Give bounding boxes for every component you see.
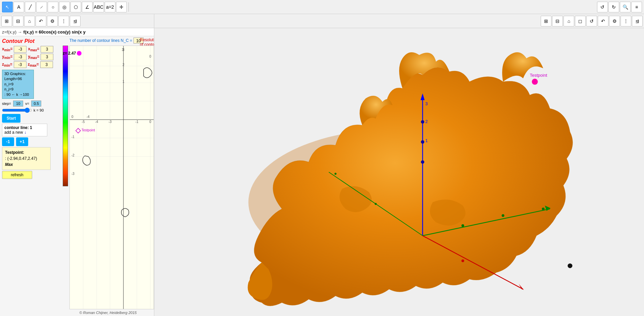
angle-tool[interactable]: ∠ <box>82 2 93 12</box>
right-home-btn[interactable]: ⌂ <box>564 16 574 26</box>
right-cube-btn[interactable]: ◻ <box>575 16 586 26</box>
left-special-btn[interactable]: ⊴ <box>70 16 80 26</box>
info-line2: Length=96 <box>4 76 32 81</box>
left-settings-btn[interactable]: ⚙ <box>47 16 58 26</box>
right-refresh-btn[interactable]: ↺ <box>586 16 597 26</box>
ellipse-tool[interactable]: ◎ <box>59 2 70 12</box>
svg-point-39 <box>421 120 424 124</box>
right-loop-btn[interactable]: ↶ <box>598 16 608 26</box>
polygon-tool[interactable]: ⬡ <box>70 2 81 12</box>
plot-area[interactable]: 3 0 1 2 3 -4 -1 -2 -3 -5 -4 -3 -1 <box>69 46 154 309</box>
undo-button[interactable]: ↺ <box>597 2 608 12</box>
right-grid-btn[interactable]: ⊟ <box>552 16 563 26</box>
left-add-btn[interactable]: ⊞ <box>1 16 12 26</box>
line-tool[interactable]: ╱ <box>25 2 36 12</box>
search-button[interactable]: 🔍 <box>620 2 631 12</box>
controls-column: Contour Plot xmin= xmax= ymin= ymax= <box>0 36 62 316</box>
k-slider[interactable] <box>2 108 32 113</box>
svg-point-49 <box>462 259 464 262</box>
text-tool[interactable]: A <box>13 2 24 12</box>
contour-info-box: contour line: 1 add a new ↓ <box>2 124 47 136</box>
contour-nc-label: The number of contour lines N_C = <box>69 38 132 43</box>
svg-point-45 <box>502 214 504 217</box>
abc-tool[interactable]: ABC <box>93 2 104 12</box>
gradient-bar <box>63 46 68 186</box>
zmin-input[interactable] <box>14 61 26 68</box>
right-special-btn[interactable]: ⊴ <box>632 16 643 26</box>
svg-text:-2: -2 <box>71 153 74 157</box>
svg-text:3: 3 <box>122 48 124 52</box>
formula-tool[interactable]: a=2 <box>105 2 115 12</box>
3d-canvas[interactable]: 3 2 1 <box>154 28 644 316</box>
xmax-input[interactable] <box>41 46 53 53</box>
menu-button[interactable]: ≡ <box>631 2 642 12</box>
left-panel-inner: Contour Plot xmin= xmax= ymin= ymax= <box>0 36 154 316</box>
left-more-btn[interactable]: ⋮ <box>58 16 69 26</box>
testpoint-box: Testpoint: : (-2.94,0.47,2.47) Max <box>2 147 51 170</box>
copyright: © Roman Chijner, Heidelberg 2015 <box>79 311 137 315</box>
svg-text:Testpoint: Testpoint <box>530 73 547 78</box>
ymax-label: ymax= <box>28 54 39 60</box>
svg-text:2: 2 <box>122 63 124 67</box>
cursor-tool[interactable]: ↖ <box>2 2 13 12</box>
svg-point-41 <box>421 161 424 164</box>
svg-text:Testpoint: Testpoint <box>82 128 95 132</box>
redo-button[interactable]: ↻ <box>608 2 619 12</box>
info-line1: 3D Graphics: <box>4 71 32 76</box>
svg-text:-5: -5 <box>82 120 85 124</box>
svg-text:0: 0 <box>71 115 73 119</box>
contour-plot-svg: 3 0 1 2 3 -4 -1 -2 -3 -5 -4 -3 -1 <box>70 46 154 309</box>
main-content: ⊞ ⊟ ⌂ ↶ ⚙ ⋮ ⊴ z=f(x,y) → f(x,y) = 60cos(… <box>0 14 644 316</box>
info-box: 3D Graphics: Length=96 n_i=9 n_j=9 : 90 … <box>2 70 34 99</box>
plus-step-button[interactable]: +1 <box>16 137 28 146</box>
svg-text:-3: -3 <box>71 172 74 176</box>
svg-rect-30 <box>76 128 80 133</box>
svg-point-40 <box>421 140 424 144</box>
svg-point-55 <box>568 263 572 268</box>
k-row: k = 90 <box>2 108 60 113</box>
svg-text:-4: -4 <box>87 115 90 119</box>
add-new-label: add a new <box>4 130 23 135</box>
left-grid-btn[interactable]: ⊟ <box>13 16 23 26</box>
svg-text:3: 3 <box>425 101 428 106</box>
xmin-input[interactable] <box>14 46 26 53</box>
z-label: z= <box>63 51 67 56</box>
v-input[interactable] <box>31 101 41 107</box>
top-toolbar: ↖ A ╱ ⟋ ○ ◎ ⬡ ∠ ABC a=2 ✛ ↺ ↻ 🔍 ≡ <box>0 0 644 14</box>
multiline-tool[interactable]: ⟋ <box>36 2 47 12</box>
left-home-btn[interactable]: ⌂ <box>24 16 35 26</box>
right-grid-plus-btn[interactable]: ⊞ <box>541 16 551 26</box>
info-line5: : 90 ← k →100 <box>4 92 32 97</box>
testpoint-type: Max <box>5 162 48 168</box>
function-label: z=f(x,y) → <box>2 29 22 35</box>
xmin-label: xmin= <box>2 47 12 52</box>
right-settings-btn[interactable]: ⚙ <box>609 16 620 26</box>
svg-text:-4: -4 <box>95 120 98 124</box>
svg-text:1: 1 <box>425 138 428 143</box>
z-value: 2.47 <box>68 51 76 56</box>
minus-step-button[interactable]: -1 <box>2 137 14 146</box>
svg-text:-1: -1 <box>136 120 139 124</box>
svg-point-54 <box>532 79 538 85</box>
arrow-down: ↓ <box>24 130 26 135</box>
app-title: Contour Plot <box>2 38 60 45</box>
v-label: v= <box>25 102 29 106</box>
step-input[interactable] <box>13 101 23 107</box>
svg-text:0: 0 <box>149 120 151 124</box>
refresh-button[interactable]: refresh <box>2 171 32 179</box>
start-button[interactable]: Start <box>2 114 20 123</box>
left-loop-btn[interactable]: ↶ <box>36 16 46 26</box>
move-tool[interactable]: ✛ <box>116 2 127 12</box>
zmax-input[interactable] <box>40 61 53 68</box>
circle-tool[interactable]: ○ <box>48 2 58 12</box>
step-label: step= <box>2 102 11 106</box>
z-indicator: z= 2.47 <box>63 51 82 56</box>
right-toolbar: ⊞ ⊟ ⌂ ◻ ↺ ↶ ⚙ ⋮ ⊴ <box>154 14 644 28</box>
left-panel: ⊞ ⊟ ⌂ ↶ ⚙ ⋮ ⊴ z=f(x,y) → f(x,y) = 60cos(… <box>0 14 154 316</box>
info-line4: n_j=9 <box>4 87 32 92</box>
ymin-input[interactable] <box>14 54 26 60</box>
x-range-row: xmin= xmax= <box>2 46 60 53</box>
ymax-input[interactable] <box>41 54 53 60</box>
testpoint-title: Testpoint: <box>5 149 48 155</box>
right-more-btn[interactable]: ⋮ <box>621 16 631 26</box>
